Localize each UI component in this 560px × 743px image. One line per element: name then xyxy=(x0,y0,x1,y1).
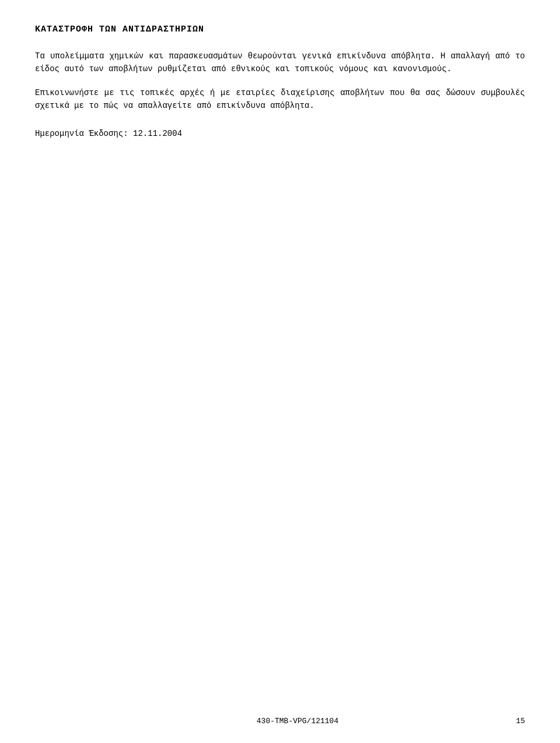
page-container: ΚΑΤΑΣΤΡΟΦΗ ΤΩΝ ΑΝΤΙΔΡΑΣΤΗΡΙΩΝ Τα υπολείμ… xyxy=(0,0,560,743)
page-footer: 430-TMB-VPG/121104 15 xyxy=(0,717,560,726)
date-line: Ημερομηνία Έκδοσης: 12.11.2004 xyxy=(35,129,525,138)
footer-code: 430-TMB-VPG/121104 xyxy=(35,717,560,726)
paragraph-1: Τα υπολείμματα χημικών και παρασκευασμάτ… xyxy=(35,50,525,76)
footer-page-number: 15 xyxy=(516,717,525,726)
paragraph-2: Επικοινωνήστε με τις τοπικές αρχές ή με … xyxy=(35,86,525,113)
page-title: ΚΑΤΑΣΤΡΟΦΗ ΤΩΝ ΑΝΤΙΔΡΑΣΤΗΡΙΩΝ xyxy=(35,23,525,36)
